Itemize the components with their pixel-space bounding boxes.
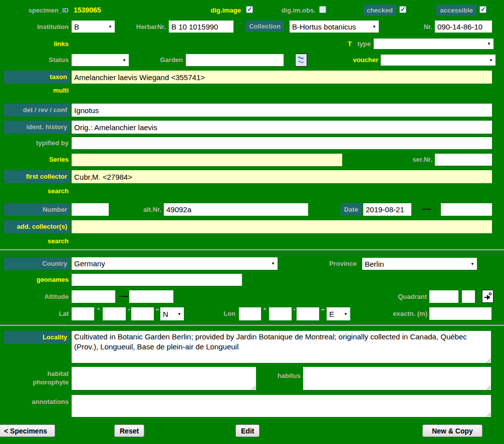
collection-label: Collection bbox=[245, 21, 284, 32]
exactn-input[interactable] bbox=[429, 307, 491, 320]
date-label: Date bbox=[341, 203, 362, 216]
province-select[interactable]: Berlin ▼ bbox=[362, 258, 477, 270]
first-collector-input[interactable] bbox=[72, 170, 492, 183]
garden-lookup-button[interactable] bbox=[295, 54, 307, 67]
taxon-input[interactable] bbox=[72, 71, 492, 84]
country-select[interactable]: Germany ▼ bbox=[72, 257, 278, 270]
chevron-down-icon: ▼ bbox=[487, 42, 491, 46]
garden-label: Garden bbox=[115, 56, 183, 64]
typified-by-label: typified by bbox=[0, 139, 69, 147]
accessible-checkbox[interactable] bbox=[479, 6, 486, 13]
type-flag-label[interactable]: T bbox=[345, 40, 352, 48]
status-label: Status bbox=[0, 56, 69, 64]
add-collector-search-link[interactable]: search bbox=[0, 237, 69, 245]
geonames-label[interactable]: geonames bbox=[0, 275, 69, 284]
accessible-label-wrap: accessible bbox=[408, 5, 476, 16]
lon-min-input[interactable] bbox=[269, 307, 292, 320]
habitus-label: habitus bbox=[266, 371, 301, 380]
lat-min-input[interactable] bbox=[103, 307, 126, 320]
lat-hemisphere-select[interactable]: N ▼ bbox=[160, 307, 184, 320]
ser-nr-label: ser.Nr. bbox=[364, 155, 432, 164]
first-collector-label[interactable]: first collector bbox=[4, 170, 70, 183]
minute-symbol: ′ bbox=[128, 307, 130, 315]
chevron-down-icon: ▼ bbox=[489, 58, 493, 63]
altitude-label: Altitude bbox=[0, 292, 69, 301]
typified-by-input[interactable] bbox=[72, 137, 492, 149]
specimen-form-page: { "glyphs": { "check": "✓", "dropdown_ar… bbox=[0, 0, 504, 444]
add-collectors-label[interactable]: add. collector(s) bbox=[4, 220, 70, 233]
collector-search-link[interactable]: search bbox=[0, 187, 69, 195]
lat-label: Lat bbox=[0, 309, 69, 318]
dig-im-obs-checkbox[interactable] bbox=[319, 6, 326, 13]
series-label[interactable]: Series bbox=[0, 155, 69, 164]
arrow-degree-icon bbox=[483, 292, 492, 301]
taxon-label[interactable]: taxon bbox=[4, 71, 70, 84]
section-divider bbox=[0, 249, 504, 250]
quadrant-locator-button[interactable] bbox=[482, 290, 493, 303]
ser-nr-input[interactable] bbox=[435, 154, 492, 166]
garden-wave-icon bbox=[297, 55, 306, 65]
checked-checkbox[interactable] bbox=[399, 6, 406, 13]
reset-button[interactable]: Reset bbox=[114, 424, 144, 437]
locality-textarea[interactable]: Cultivated in Botanic Garden Berlin; pro… bbox=[72, 331, 491, 363]
edit-button[interactable]: Edit bbox=[235, 424, 260, 437]
degree-symbol: ° bbox=[264, 306, 266, 314]
dig-im-obs-label: dig.im.obs. bbox=[248, 6, 316, 15]
lon-sec-input[interactable] bbox=[297, 307, 319, 320]
ident-history-label: ident. history bbox=[4, 121, 70, 134]
date-range-dash: — bbox=[422, 204, 431, 214]
specimens-button[interactable]: < Specimens bbox=[0, 424, 55, 437]
geonames-input[interactable] bbox=[72, 274, 242, 286]
voucher-select[interactable]: ▼ bbox=[381, 55, 495, 66]
lat-deg-input[interactable] bbox=[72, 307, 94, 320]
ident-history-input[interactable] bbox=[72, 121, 492, 134]
quadrant-input[interactable] bbox=[429, 290, 458, 303]
lon-hemisphere-select[interactable]: E ▼ bbox=[327, 307, 350, 320]
voucher-label[interactable]: voucher bbox=[311, 56, 378, 64]
quadrant-sub-input[interactable] bbox=[462, 290, 475, 303]
alt-nr-input[interactable] bbox=[164, 203, 308, 216]
links-label[interactable]: links bbox=[0, 40, 69, 48]
lon-label: Lon bbox=[195, 309, 235, 318]
date-label-wrap: Date bbox=[293, 203, 362, 216]
annotations-textarea[interactable] bbox=[72, 395, 491, 417]
altitude-from-input[interactable] bbox=[72, 290, 115, 303]
lat-sec-input[interactable] bbox=[131, 307, 154, 320]
multi-label[interactable]: multi bbox=[0, 86, 69, 95]
country-select-value: Germany bbox=[74, 259, 105, 268]
institution-label: Institution bbox=[0, 23, 69, 31]
new-copy-button[interactable]: New & Copy bbox=[422, 424, 482, 437]
garden-input[interactable] bbox=[186, 54, 284, 66]
dig-image-label[interactable]: dig.image bbox=[173, 6, 241, 15]
nr-input[interactable] bbox=[435, 21, 492, 33]
nr-label: Nr. bbox=[364, 23, 432, 31]
lon-deg-input[interactable] bbox=[239, 307, 261, 320]
lon-hemisphere-value: E bbox=[329, 310, 334, 318]
type-select[interactable]: ▼ bbox=[374, 39, 493, 49]
chevron-down-icon: ▼ bbox=[344, 312, 348, 316]
quadrant-label: Quadrant bbox=[358, 292, 427, 301]
specimen-id-value: 1539065 bbox=[74, 6, 174, 15]
altitude-range-dash: — bbox=[119, 291, 128, 301]
date-from-input[interactable] bbox=[363, 203, 411, 216]
section-divider bbox=[0, 324, 504, 326]
second-symbol: ″ bbox=[321, 307, 324, 315]
date-to-input[interactable] bbox=[441, 203, 492, 216]
lat-hemisphere-value: N bbox=[163, 310, 168, 318]
altitude-to-input[interactable] bbox=[129, 290, 173, 303]
habitus-textarea[interactable] bbox=[303, 367, 491, 390]
series-input[interactable] bbox=[72, 154, 342, 166]
exactn-label: exactn. (m) bbox=[359, 309, 427, 318]
add-collectors-input[interactable] bbox=[72, 220, 492, 233]
habitat-label: habitat phorophyte bbox=[0, 369, 69, 386]
alt-nr-label: alt.Nr. bbox=[93, 205, 161, 214]
locality-label[interactable]: Locality bbox=[4, 331, 70, 344]
province-label: Province bbox=[289, 259, 357, 268]
specimen-id-label: specimen_ID bbox=[0, 6, 69, 15]
herbarnr-label: HerbarNr. bbox=[90, 23, 166, 31]
det-rev-conf-input[interactable] bbox=[72, 104, 492, 117]
country-label: Country bbox=[4, 257, 70, 270]
habitat-textarea[interactable] bbox=[72, 367, 256, 390]
collection-select-value: B-Hortus botanicus bbox=[292, 23, 356, 31]
type-label: type bbox=[356, 40, 371, 48]
